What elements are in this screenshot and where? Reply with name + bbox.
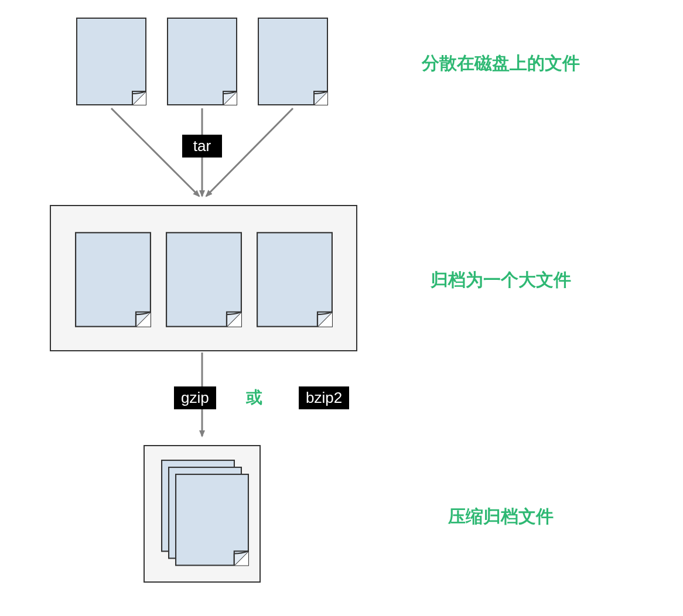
badge-bzip2: bzip2 xyxy=(299,386,349,409)
badge-gzip: gzip xyxy=(174,386,216,409)
label-scattered: 分散在磁盘上的文件 xyxy=(422,52,580,76)
stacked-files xyxy=(161,460,249,571)
diagram-canvas: 分散在磁盘上的文件 tar 归档为一个大文件 gzip 或 bzip2 xyxy=(0,0,683,616)
label-compressed: 压缩归档文件 xyxy=(448,505,554,529)
label-archived: 归档为一个大文件 xyxy=(431,268,571,292)
label-or: 或 xyxy=(246,386,262,409)
